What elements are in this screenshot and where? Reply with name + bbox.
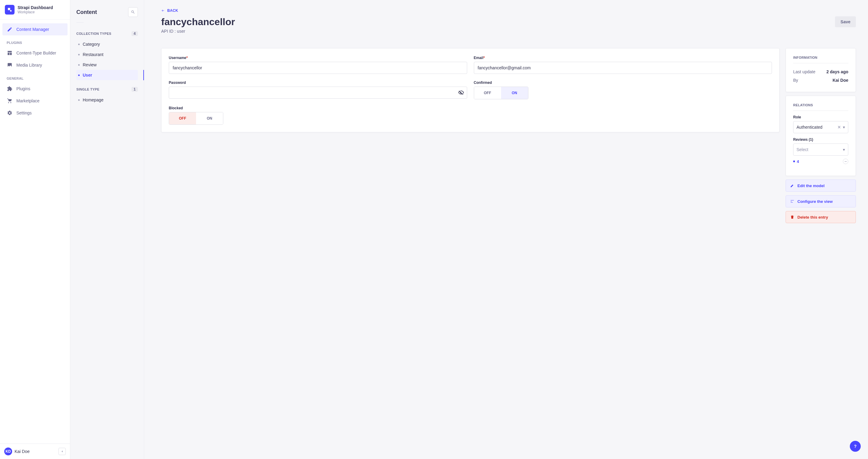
chevron-left-icon xyxy=(60,450,64,453)
field-blocked: Blocked OFF ON xyxy=(169,106,467,125)
back-link[interactable]: BACK xyxy=(161,8,178,13)
panel-group-label: SINGLE TYPE xyxy=(76,88,99,91)
remove-relation-button[interactable]: − xyxy=(843,159,848,164)
relations-card: RELATIONS Role Authenticated ✕ ▾ Reviews… xyxy=(785,96,856,176)
panel-item-homepage[interactable]: Homepage xyxy=(76,95,138,105)
field-password: Password xyxy=(169,80,467,99)
caret-down-icon: ▾ xyxy=(843,147,845,152)
eye-off-icon[interactable] xyxy=(458,90,464,96)
content-panel: Content COLLECTION TYPES 4 Category Rest… xyxy=(70,0,144,459)
reviews-label: Reviews (1) xyxy=(793,137,848,142)
info-last-update-val: 2 days ago xyxy=(827,69,848,74)
brand-block: Strapi Dashboard Workplace xyxy=(0,0,70,20)
help-button[interactable]: ? xyxy=(850,441,861,452)
pencil-icon xyxy=(790,184,795,188)
info-last-update-key: Last update xyxy=(793,69,815,74)
delete-entry-button[interactable]: Delete this entry xyxy=(785,211,856,223)
nav-content-type-builder[interactable]: Content-Type Builder xyxy=(2,47,68,59)
clear-icon[interactable]: ✕ xyxy=(837,125,841,130)
nav-plugins[interactable]: Plugins xyxy=(2,83,68,95)
email-input[interactable] xyxy=(474,62,772,74)
info-card: INFORMATION Last update 2 days ago By Ka… xyxy=(785,48,856,92)
entry-subtitle: API ID : user xyxy=(161,29,235,34)
field-username: Username* xyxy=(169,56,467,74)
nav-content-manager[interactable]: Content Manager xyxy=(2,23,68,35)
blocked-on[interactable]: ON xyxy=(196,112,223,125)
save-button[interactable]: Save xyxy=(835,17,856,27)
panel-item-review[interactable]: Review xyxy=(76,60,138,70)
info-by-key: By xyxy=(793,78,798,83)
nav-label: Settings xyxy=(17,110,32,116)
entry-title: fancychancellor xyxy=(161,17,235,28)
collapse-nav-button[interactable] xyxy=(59,448,66,455)
arrow-left-icon xyxy=(161,9,165,12)
username-input[interactable] xyxy=(169,62,467,74)
nav-section-general: GENERAL xyxy=(2,71,68,83)
configure-view-button[interactable]: Configure the view xyxy=(785,195,856,207)
main-content: BACK fancychancellor API ID : user Save … xyxy=(144,0,868,459)
nav-label: Content-Type Builder xyxy=(17,51,56,56)
nav-label: Content Manager xyxy=(17,27,49,32)
nav-footer: KD Kai Doe xyxy=(0,444,70,459)
panel-item-user[interactable]: User xyxy=(76,70,138,80)
panel-search-button[interactable] xyxy=(128,7,138,17)
blocked-off[interactable]: OFF xyxy=(169,112,196,125)
relations-heading: RELATIONS xyxy=(793,103,848,111)
field-confirmed: Confirmed OFF ON xyxy=(474,80,772,99)
status-dot-icon xyxy=(793,161,795,162)
nav-section-plugins: PLUGINS xyxy=(2,35,68,47)
layout-icon xyxy=(7,50,13,56)
brand-logo xyxy=(5,5,14,14)
brand-subtitle: Workplace xyxy=(18,10,53,14)
gear-icon xyxy=(7,110,13,116)
nav-settings[interactable]: Settings xyxy=(2,107,68,119)
puzzle-icon xyxy=(7,86,13,92)
info-heading: INFORMATION xyxy=(793,56,848,63)
panel-group-count: 4 xyxy=(131,31,138,36)
cart-icon xyxy=(7,98,13,104)
panel-item-category[interactable]: Category xyxy=(76,39,138,50)
nav-media-library[interactable]: Media Library xyxy=(2,59,68,71)
edit-model-button[interactable]: Edit the model xyxy=(785,179,856,192)
info-by-val: Kai Doe xyxy=(833,78,848,83)
confirmed-toggle: OFF ON xyxy=(474,87,528,99)
panel-title: Content xyxy=(76,9,97,15)
password-input[interactable] xyxy=(169,87,467,99)
role-select[interactable]: Authenticated ✕ ▾ xyxy=(793,121,848,133)
user-avatar[interactable]: KD xyxy=(4,448,12,455)
user-name: Kai Doe xyxy=(14,449,30,454)
nav-label: Media Library xyxy=(17,63,42,67)
main-nav: Strapi Dashboard Workplace Content Manag… xyxy=(0,0,70,459)
review-link[interactable]: 4 xyxy=(793,159,799,164)
field-email: Email* xyxy=(474,56,772,74)
blocked-toggle: OFF ON xyxy=(169,112,223,125)
nav-label: Plugins xyxy=(17,86,30,91)
reviews-select[interactable]: Select ▾ xyxy=(793,143,848,156)
nav-marketplace[interactable]: Marketplace xyxy=(2,95,68,107)
form-card: Username* Email* Password xyxy=(161,48,779,132)
confirmed-off[interactable]: OFF xyxy=(474,87,501,99)
trash-icon xyxy=(790,215,795,219)
caret-down-icon: ▾ xyxy=(843,125,845,130)
panel-group-label: COLLECTION TYPES xyxy=(76,32,111,35)
search-icon xyxy=(131,10,135,14)
confirmed-on[interactable]: ON xyxy=(501,87,528,99)
pencil-square-icon xyxy=(7,26,13,32)
brand-title: Strapi Dashboard xyxy=(18,5,53,10)
image-icon xyxy=(7,62,13,68)
panel-item-restaurant[interactable]: Restaurant xyxy=(76,50,138,60)
role-label: Role xyxy=(793,115,848,119)
nav-label: Marketplace xyxy=(17,98,39,103)
sliders-icon xyxy=(790,199,795,203)
panel-group-count: 1 xyxy=(131,87,138,92)
